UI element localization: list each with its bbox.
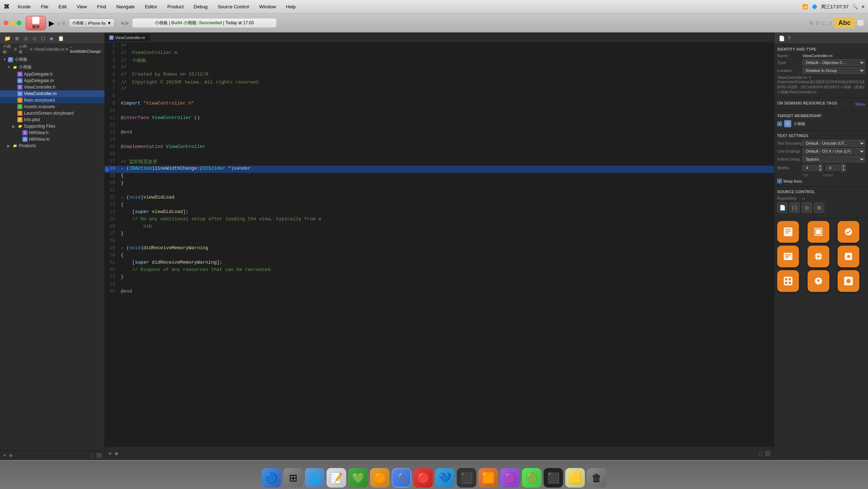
menu-edit[interactable]: Edit bbox=[56, 3, 69, 10]
bottom-icon-1[interactable]: ⬚ bbox=[759, 451, 763, 456]
indent-width-up[interactable]: ▲ bbox=[841, 164, 846, 168]
nav-report-icon[interactable]: 📋 bbox=[56, 35, 65, 42]
add-file-btn[interactable]: + bbox=[3, 452, 6, 459]
dock-item-5[interactable]: 💚 bbox=[348, 468, 368, 488]
menu-xcode[interactable]: Xcode bbox=[15, 3, 33, 10]
orange-btn-2[interactable] bbox=[808, 221, 829, 243]
add-btn[interactable]: + bbox=[109, 450, 112, 457]
bc-item-4[interactable]: -lineWidthChange: bbox=[70, 45, 102, 54]
nav-folder-icon[interactable]: 📁 bbox=[3, 35, 12, 42]
tree-item-hmview-m[interactable]: m HMView.m bbox=[0, 136, 105, 143]
nav-search-icon[interactable]: ⊕ bbox=[13, 35, 21, 42]
orange-btn-8[interactable] bbox=[808, 270, 829, 292]
location-select[interactable]: Relative to Group bbox=[803, 67, 865, 74]
dock-item-13[interactable]: 🟢 bbox=[522, 468, 541, 488]
reveal-icon[interactable]: ⚲ bbox=[809, 76, 811, 80]
orange-btn-5[interactable] bbox=[808, 246, 829, 267]
dock-trash[interactable]: 🗑 bbox=[587, 468, 607, 488]
menu-view[interactable]: View bbox=[75, 3, 89, 10]
tab-width-down[interactable]: ▼ bbox=[818, 168, 823, 172]
code-editor[interactable]: 1 // 2 // ViewController.m 3 // 小画板 4 //… bbox=[105, 43, 774, 446]
nav-breakpoint-icon[interactable]: ◈ bbox=[48, 35, 55, 42]
dock-item-12[interactable]: 🟣 bbox=[500, 468, 520, 488]
dock-xcode[interactable]: 🔨 bbox=[392, 468, 411, 488]
tree-item-main-group[interactable]: ▼ 📁 小画板 bbox=[0, 63, 105, 71]
indent-width-down[interactable]: ▼ bbox=[841, 168, 846, 172]
filter-btn[interactable]: ⊕ bbox=[9, 453, 13, 458]
layout-icon-3[interactable]: ⊏ bbox=[822, 20, 826, 26]
menu-find[interactable]: Find bbox=[95, 3, 108, 10]
insp-file-icon[interactable]: 📄 bbox=[777, 35, 786, 42]
minimize-btn[interactable] bbox=[10, 21, 15, 25]
on-demand-show-btn[interactable]: Show bbox=[855, 102, 865, 106]
nav-debug-icon[interactable]: ⬡ bbox=[39, 35, 47, 42]
orange-btn-7[interactable] bbox=[777, 270, 799, 292]
bottom-icon-2[interactable]: ⬛ bbox=[765, 451, 770, 456]
dock-item-11[interactable]: 🟧 bbox=[478, 468, 498, 488]
scheme-selector[interactable]: 小画板 | iPhone 6s ▼ bbox=[69, 18, 115, 27]
tab-width-input[interactable] bbox=[803, 165, 817, 171]
dock-item-8[interactable]: 🔴 bbox=[413, 468, 433, 488]
nav-bottom-right-2[interactable]: ⬛ bbox=[96, 453, 102, 458]
bottom-filter-btn[interactable]: ⊕ bbox=[115, 451, 118, 456]
menu-navigate[interactable]: Navigate bbox=[114, 3, 137, 10]
menu-source-control[interactable]: Source Control bbox=[216, 3, 251, 10]
target-checkbox[interactable]: ✓ bbox=[777, 122, 782, 126]
close-btn[interactable] bbox=[4, 21, 8, 25]
indent-using-select[interactable]: Spaces bbox=[803, 156, 865, 162]
menu-help[interactable]: Help bbox=[284, 3, 298, 10]
layout-icon-4[interactable]: ⊐ bbox=[828, 20, 832, 26]
sc-icon-grid[interactable]: ⊞ bbox=[814, 203, 824, 213]
tab-viewcontroller-m[interactable]: m ViewController.m bbox=[105, 34, 150, 41]
dock-item-10[interactable]: ⬛ bbox=[457, 468, 476, 488]
dock-item-4[interactable]: 📝 bbox=[327, 468, 346, 488]
dock-finder[interactable]: 🔵 bbox=[261, 468, 281, 488]
search-icon[interactable]: 🔍 bbox=[852, 4, 858, 9]
abc-button[interactable]: Abc bbox=[834, 18, 855, 28]
bc-item-2[interactable]: 小画板 bbox=[19, 44, 29, 54]
menu-icon[interactable]: ≡ bbox=[861, 4, 864, 9]
layout-icon-1[interactable]: ⊞ bbox=[809, 20, 813, 26]
dock-item-15[interactable]: 🟨 bbox=[565, 468, 585, 488]
nav-btn[interactable]: ⎈ bbox=[57, 20, 60, 26]
dock-item-6[interactable]: 🟠 bbox=[370, 468, 390, 488]
maximize-btn[interactable] bbox=[17, 21, 21, 25]
inspector-icon[interactable]: ⬜ bbox=[857, 20, 864, 26]
tree-item-infoplist[interactable]: P Info.plist bbox=[0, 116, 105, 123]
tree-item-viewcontroller-h[interactable]: h ViewController.h bbox=[0, 84, 105, 90]
nav-forward[interactable]: ▶ bbox=[125, 20, 129, 26]
orange-btn-9[interactable] bbox=[838, 270, 859, 292]
tree-item-supporting[interactable]: ▶ 📁 Supporting Files bbox=[0, 123, 105, 129]
type-select[interactable]: Default - Objective-C... bbox=[803, 59, 865, 66]
line-endings-select[interactable]: Default - OS X / Unix (LF) bbox=[803, 148, 865, 154]
dock-launchpad[interactable]: ⊞ bbox=[283, 468, 303, 488]
tree-item-launchscreen[interactable]: S LaunchScreen.storyboard bbox=[0, 110, 105, 116]
wrap-lines-checkbox[interactable]: ✓ bbox=[777, 179, 782, 183]
tree-item-assets[interactable]: A Assets.xcassets bbox=[0, 103, 105, 110]
nav-warning-icon[interactable]: ⚠ bbox=[22, 35, 30, 42]
orange-btn-3[interactable] bbox=[838, 221, 859, 243]
tree-item-project[interactable]: ▼ P 小画板 bbox=[0, 56, 105, 63]
menu-editor[interactable]: Editor bbox=[143, 3, 159, 10]
dock-item-14[interactable]: ⬛ bbox=[544, 468, 563, 488]
orange-btn-6[interactable] bbox=[838, 246, 859, 267]
tree-item-viewcontroller-m[interactable]: m ViewController.m bbox=[0, 90, 105, 97]
bc-item-3[interactable]: ViewController.m bbox=[34, 47, 64, 51]
menu-debug[interactable]: Debug bbox=[192, 3, 210, 10]
tab-width-up[interactable]: ▲ bbox=[818, 164, 823, 168]
dock-item-3[interactable]: 🌐 bbox=[305, 468, 324, 488]
apple-menu[interactable]: ⌘ bbox=[4, 3, 9, 10]
tree-item-hmview-h[interactable]: h HMView.h bbox=[0, 129, 105, 136]
orange-btn-1[interactable] bbox=[777, 221, 799, 243]
layout-icon-2[interactable]: ⊟ bbox=[816, 20, 820, 26]
encoding-select[interactable]: Default - Unicode (UT... bbox=[803, 140, 865, 146]
nav-back[interactable]: ◀ bbox=[120, 20, 124, 26]
menu-product[interactable]: Product bbox=[165, 3, 186, 10]
sc-icon-circle[interactable]: ◎ bbox=[802, 203, 812, 213]
indent-width-input[interactable] bbox=[826, 165, 840, 171]
nav-test-icon[interactable]: ◇ bbox=[31, 35, 38, 42]
menu-file[interactable]: File bbox=[39, 3, 51, 10]
tree-item-appdelegate-m[interactable]: m AppDelegate.m bbox=[0, 77, 105, 84]
nav-bottom-right-1[interactable]: ⬚ bbox=[89, 453, 93, 458]
tree-item-appdelegate-h[interactable]: h AppDelegate.h bbox=[0, 71, 105, 77]
